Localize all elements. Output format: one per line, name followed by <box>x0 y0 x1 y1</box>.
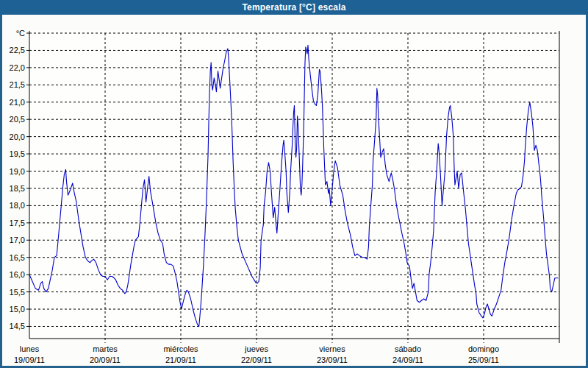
svg-text:18,5: 18,5 <box>10 184 25 193</box>
window-titlebar: Temperatura [°C] escala <box>0 0 588 15</box>
app-window: Temperatura [°C] escala °C22,522,021,521… <box>0 0 588 368</box>
svg-text:15,0: 15,0 <box>10 305 25 314</box>
day-name-label: sábado <box>395 344 421 353</box>
svg-text:21,5: 21,5 <box>10 80 25 89</box>
day-name-label: jueves <box>244 344 268 353</box>
svg-text:19,0: 19,0 <box>10 167 25 176</box>
day-date-label: 23/09/11 <box>317 355 348 364</box>
svg-text:20,5: 20,5 <box>10 115 25 124</box>
svg-text:16,5: 16,5 <box>10 253 25 262</box>
svg-text:18,0: 18,0 <box>10 201 25 210</box>
chart-area: °C22,522,021,521,020,520,019,519,018,518… <box>0 15 588 368</box>
svg-text:16,0: 16,0 <box>10 270 25 279</box>
svg-text:15,5: 15,5 <box>10 288 25 297</box>
svg-text:°C: °C <box>16 29 25 38</box>
svg-text:20,0: 20,0 <box>10 132 25 141</box>
window-title: Temperatura [°C] escala <box>242 2 345 13</box>
day-date-label: 19/09/11 <box>14 355 45 364</box>
day-date-label: 22/09/11 <box>241 355 272 364</box>
day-date-label: 20/09/11 <box>90 355 121 364</box>
day-name-label: viernes <box>319 344 345 353</box>
day-name-label: miércoles <box>163 344 198 353</box>
svg-text:17,0: 17,0 <box>10 236 25 244</box>
day-date-label: 24/09/11 <box>392 355 423 364</box>
day-name-label: lunes <box>20 344 40 353</box>
svg-text:22,0: 22,0 <box>10 63 25 72</box>
day-name-label: domingo <box>468 344 499 353</box>
svg-text:19,5: 19,5 <box>10 149 25 158</box>
temperature-chart: °C22,522,021,521,020,520,019,519,018,518… <box>0 15 588 368</box>
svg-text:17,5: 17,5 <box>10 219 25 227</box>
day-date-label: 21/09/11 <box>165 355 196 364</box>
day-name-label: martes <box>93 344 118 353</box>
svg-text:22,5: 22,5 <box>10 46 25 54</box>
day-date-label: 25/09/11 <box>468 355 499 364</box>
svg-text:14,5: 14,5 <box>10 322 25 330</box>
svg-text:21,0: 21,0 <box>10 98 25 107</box>
